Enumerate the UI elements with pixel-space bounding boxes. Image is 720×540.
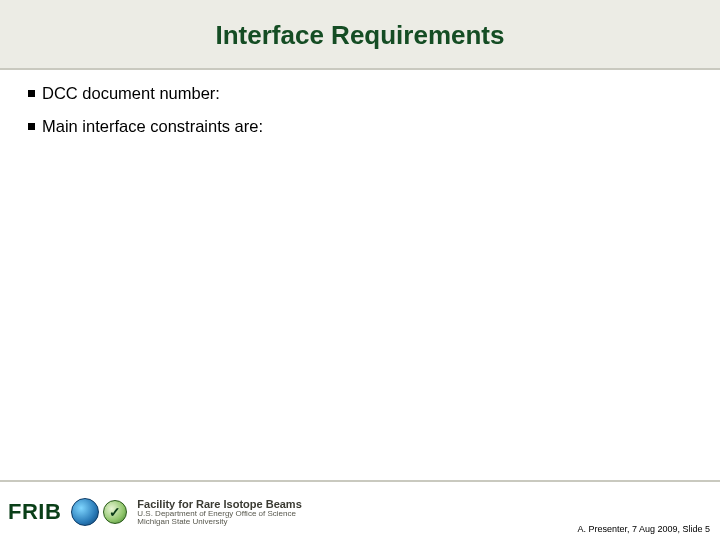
bullet-text: Main interface constraints are: [42,117,263,136]
bullet-list: DCC document number: Main interface cons… [28,84,692,150]
footer: FRIB ✓ Facility for Rare Isotope Beams U… [0,480,720,540]
logo-block: FRIB ✓ Facility for Rare Isotope Beams U… [8,498,302,526]
checkmark-icon: ✓ [103,500,127,524]
frib-logo: FRIB [8,499,61,525]
list-item: Main interface constraints are: [28,117,692,136]
list-item: DCC document number: [28,84,692,103]
footer-meta: A. Presenter, 7 Aug 2009, Slide 5 [577,524,710,534]
footer-rule [0,480,720,482]
icon-cluster: ✓ [71,498,127,526]
page-title: Interface Requirements [0,20,720,51]
org-text: Facility for Rare Isotope Beams U.S. Dep… [137,499,301,526]
bullet-square-icon [28,123,35,130]
header-rule [0,68,720,70]
org-main: Facility for Rare Isotope Beams [137,499,301,510]
globe-icon [71,498,99,526]
org-sub-2: Michigan State University [137,518,301,526]
bullet-text: DCC document number: [42,84,220,103]
bullet-square-icon [28,90,35,97]
